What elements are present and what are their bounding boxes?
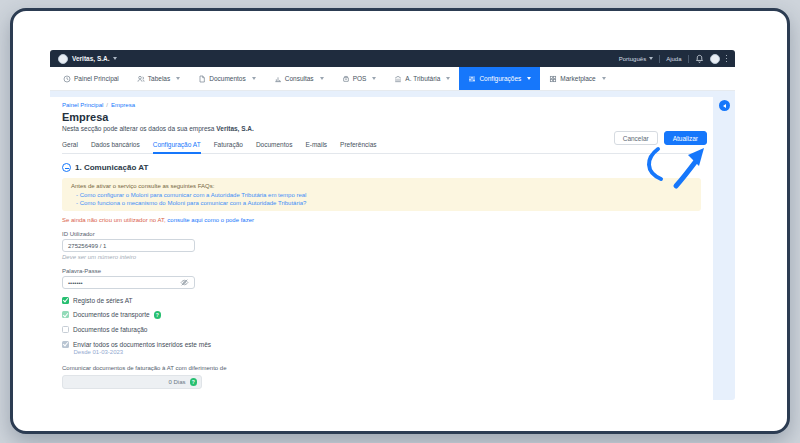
checkbox-enviar-todos[interactable]: Enviar todos os documentos inseridos est… bbox=[62, 341, 701, 348]
tab-emails[interactable]: E-mails bbox=[305, 141, 327, 153]
sliders-icon bbox=[468, 75, 476, 83]
page-actions: Cancelar Atualizar bbox=[614, 131, 707, 145]
divider bbox=[659, 55, 660, 63]
chevron-down-icon bbox=[649, 57, 653, 60]
app-window: Veritas, S.A. Português Ajuda bbox=[50, 50, 735, 400]
breadcrumb-home[interactable]: Painel Principal bbox=[62, 102, 103, 108]
section-title: 1. Comunicação AT bbox=[75, 163, 148, 172]
subtitle-company-name: Veritas, S.A. bbox=[216, 125, 254, 132]
content-area: Painel Principal / Empresa Empresa Nesta… bbox=[50, 91, 735, 400]
since-date-text: Desde 01-03-2023 bbox=[74, 349, 702, 355]
nav-pos[interactable]: POS bbox=[333, 67, 386, 90]
more-menu-icon[interactable] bbox=[726, 55, 728, 63]
warning-text: Se ainda não criou um utilizador no AT, bbox=[62, 217, 167, 223]
faq-link-1[interactable]: - Como configurar o Moloni para comunica… bbox=[71, 192, 692, 198]
chevron-down-icon bbox=[372, 77, 376, 80]
chevron-down-icon bbox=[527, 77, 531, 80]
toggle-password-visibility-icon[interactable] bbox=[180, 278, 189, 287]
chevron-left-icon bbox=[723, 104, 726, 108]
id-utilizador-input[interactable]: 275256499 / 1 bbox=[62, 239, 195, 252]
grid-icon bbox=[549, 75, 557, 83]
nav-documentos[interactable]: Documentos bbox=[189, 67, 265, 90]
divider bbox=[688, 55, 689, 63]
bank-icon bbox=[394, 75, 402, 83]
checkbox-documentos-faturacao[interactable]: Documentos de faturação bbox=[62, 326, 701, 333]
language-selector[interactable]: Português bbox=[619, 56, 653, 62]
at-user-warning: Se ainda não criou um utilizador no AT, … bbox=[62, 217, 701, 223]
help-badge-icon[interactable]: ? bbox=[190, 378, 198, 386]
company-name[interactable]: Veritas, S.A. bbox=[72, 55, 110, 62]
chevron-down-icon bbox=[602, 77, 606, 80]
tab-documentos[interactable]: Documentos bbox=[256, 141, 293, 153]
password-label: Palavra-Passe bbox=[62, 268, 701, 274]
section-header: 1. Comunicação AT bbox=[62, 163, 701, 172]
tab-faturacao[interactable]: Faturação bbox=[214, 141, 243, 153]
pos-terminal-icon bbox=[342, 75, 350, 83]
clock-icon bbox=[63, 75, 71, 83]
chevron-down-icon bbox=[113, 57, 117, 60]
checkbox-checked-icon bbox=[62, 297, 69, 304]
checkbox-checked-icon bbox=[62, 311, 69, 318]
nav-tabelas[interactable]: Tabelas bbox=[128, 67, 189, 90]
users-icon bbox=[137, 75, 145, 83]
id-helper-text: Deve ser um número inteiro bbox=[62, 254, 701, 260]
nav-a-tributaria[interactable]: A. Tributária bbox=[385, 67, 459, 90]
breadcrumb-current[interactable]: Empresa bbox=[111, 102, 135, 108]
document-icon bbox=[198, 75, 206, 83]
faq-link-2[interactable]: - Como funciona o mecanismo do Moloni pa… bbox=[71, 200, 692, 206]
help-link[interactable]: Ajuda bbox=[666, 56, 681, 62]
nav-painel-principal[interactable]: Painel Principal bbox=[54, 67, 128, 90]
main-nav: Painel Principal Tabelas Documentos Cons… bbox=[50, 67, 735, 91]
chevron-down-icon bbox=[320, 77, 324, 80]
page-title: Empresa bbox=[62, 111, 701, 123]
checkbox-disabled-icon bbox=[62, 341, 69, 348]
screenshot-card: Veritas, S.A. Português Ajuda bbox=[10, 8, 790, 434]
checkbox-documentos-transporte[interactable]: Documentos de transporte ? bbox=[62, 311, 701, 319]
top-bar: Veritas, S.A. Português Ajuda bbox=[50, 50, 735, 67]
nav-consultas[interactable]: Consultas bbox=[265, 67, 333, 90]
password-input[interactable]: ••••••• bbox=[62, 276, 195, 289]
bell-icon[interactable] bbox=[695, 54, 704, 63]
breadcrumb-separator: / bbox=[106, 102, 108, 108]
warning-link[interactable]: consulte aqui como o pode fazer bbox=[167, 217, 254, 223]
update-button[interactable]: Atualizar bbox=[664, 131, 707, 145]
tab-dados-bancarios[interactable]: Dados bancários bbox=[91, 141, 140, 153]
chevron-down-icon bbox=[176, 77, 180, 80]
collapse-panel-button[interactable] bbox=[719, 100, 730, 111]
nav-configuracoes[interactable]: Configurações bbox=[459, 67, 540, 90]
checkbox-registo-series[interactable]: Registo de séries AT bbox=[62, 297, 701, 304]
faq-info-box: Antes de ativar o serviço consulte as se… bbox=[62, 178, 701, 211]
company-logo[interactable] bbox=[58, 54, 68, 64]
chart-icon bbox=[274, 75, 282, 83]
chevron-down-icon bbox=[446, 77, 450, 80]
nav-marketplace[interactable]: Marketplace bbox=[540, 67, 614, 90]
id-utilizador-label: ID Utilizador bbox=[62, 231, 701, 237]
defer-label: Comunicar documentos de faturação à AT c… bbox=[62, 364, 277, 372]
chevron-down-icon bbox=[252, 77, 256, 80]
main-panel: Painel Principal / Empresa Empresa Nesta… bbox=[50, 97, 713, 400]
breadcrumb: Painel Principal / Empresa bbox=[62, 102, 701, 108]
user-avatar[interactable] bbox=[710, 54, 720, 64]
tab-configuracao-at[interactable]: Configuração AT bbox=[153, 141, 201, 154]
tab-preferencias[interactable]: Preferências bbox=[340, 141, 377, 153]
tab-geral[interactable]: Geral bbox=[62, 141, 78, 153]
help-badge-icon[interactable]: ? bbox=[154, 311, 162, 319]
checkbox-unchecked-icon bbox=[62, 326, 69, 333]
page-subtitle: Nesta secção pode alterar os dados da su… bbox=[62, 125, 701, 132]
tab-bar: Geral Dados bancários Configuração AT Fa… bbox=[62, 141, 701, 154]
collapse-section-icon[interactable] bbox=[62, 163, 71, 172]
defer-input: 0 Dias ? bbox=[62, 375, 202, 389]
cancel-button[interactable]: Cancelar bbox=[614, 131, 658, 145]
faq-intro-text: Antes de ativar o serviço consulte as se… bbox=[71, 183, 692, 189]
